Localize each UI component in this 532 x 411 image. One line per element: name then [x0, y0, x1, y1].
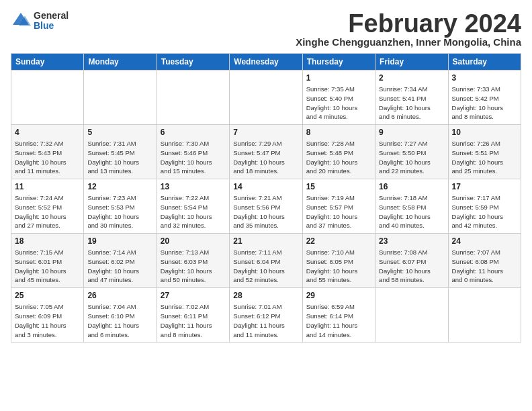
- calendar-cell: 22Sunrise: 7:10 AM Sunset: 6:05 PM Dayli…: [302, 234, 375, 288]
- day-info: Sunrise: 7:01 AM Sunset: 6:12 PM Dayligh…: [233, 302, 298, 339]
- day-number: 7: [233, 128, 298, 137]
- day-info: Sunrise: 7:27 AM Sunset: 5:50 PM Dayligh…: [379, 139, 444, 176]
- day-number: 24: [452, 236, 517, 246]
- day-info: Sunrise: 7:08 AM Sunset: 6:07 PM Dayligh…: [379, 248, 444, 285]
- week-row-1: 1Sunrise: 7:35 AM Sunset: 5:40 PM Daylig…: [11, 71, 521, 125]
- column-header-monday: Monday: [84, 54, 157, 71]
- calendar-cell: 24Sunrise: 7:07 AM Sunset: 6:08 PM Dayli…: [448, 234, 521, 288]
- day-info: Sunrise: 7:18 AM Sunset: 5:58 PM Dayligh…: [379, 193, 444, 230]
- day-info: Sunrise: 7:02 AM Sunset: 6:11 PM Dayligh…: [161, 302, 226, 339]
- day-info: Sunrise: 7:04 AM Sunset: 6:10 PM Dayligh…: [87, 302, 152, 339]
- day-number: 25: [15, 291, 80, 300]
- day-number: 9: [379, 128, 444, 137]
- calendar-cell: 12Sunrise: 7:23 AM Sunset: 5:53 PM Dayli…: [84, 179, 157, 234]
- day-info: Sunrise: 7:30 AM Sunset: 5:46 PM Dayligh…: [161, 139, 226, 176]
- calendar-cell: 27Sunrise: 7:02 AM Sunset: 6:11 PM Dayli…: [157, 288, 229, 342]
- calendar-cell: 1Sunrise: 7:35 AM Sunset: 5:40 PM Daylig…: [302, 71, 375, 125]
- logo-icon: [11, 11, 31, 31]
- calendar-cell: 15Sunrise: 7:19 AM Sunset: 5:57 PM Dayli…: [302, 179, 375, 234]
- day-number: 2: [379, 73, 444, 83]
- column-header-thursday: Thursday: [302, 54, 375, 71]
- column-header-friday: Friday: [375, 54, 448, 71]
- day-number: 23: [379, 236, 444, 246]
- day-number: 20: [161, 236, 226, 246]
- calendar-cell: 16Sunrise: 7:18 AM Sunset: 5:58 PM Dayli…: [375, 179, 448, 234]
- calendar-cell: 10Sunrise: 7:26 AM Sunset: 5:51 PM Dayli…: [448, 125, 521, 179]
- day-info: Sunrise: 7:07 AM Sunset: 6:08 PM Dayligh…: [452, 248, 517, 285]
- calendar-cell: 2Sunrise: 7:34 AM Sunset: 5:41 PM Daylig…: [375, 71, 448, 125]
- calendar-cell: [84, 71, 157, 125]
- day-info: Sunrise: 7:13 AM Sunset: 6:03 PM Dayligh…: [161, 248, 226, 285]
- calendar-cell: 17Sunrise: 7:17 AM Sunset: 5:59 PM Dayli…: [448, 179, 521, 234]
- day-number: 4: [15, 128, 80, 137]
- day-info: Sunrise: 7:34 AM Sunset: 5:41 PM Dayligh…: [379, 85, 444, 122]
- day-number: 16: [379, 182, 444, 191]
- day-info: Sunrise: 7:29 AM Sunset: 5:47 PM Dayligh…: [233, 139, 298, 176]
- day-number: 19: [87, 236, 152, 246]
- day-info: Sunrise: 7:32 AM Sunset: 5:43 PM Dayligh…: [15, 139, 80, 176]
- logo-blue-text: Blue: [34, 21, 69, 31]
- day-number: 13: [161, 182, 226, 191]
- logo-text: General Blue: [34, 11, 69, 32]
- day-info: Sunrise: 7:19 AM Sunset: 5:57 PM Dayligh…: [306, 193, 371, 230]
- calendar-cell: 19Sunrise: 7:14 AM Sunset: 6:02 PM Dayli…: [84, 234, 157, 288]
- calendar-cell: 5Sunrise: 7:31 AM Sunset: 5:45 PM Daylig…: [84, 125, 157, 179]
- calendar-cell: 4Sunrise: 7:32 AM Sunset: 5:43 PM Daylig…: [11, 125, 84, 179]
- calendar-cell: 9Sunrise: 7:27 AM Sunset: 5:50 PM Daylig…: [375, 125, 448, 179]
- day-info: Sunrise: 7:26 AM Sunset: 5:51 PM Dayligh…: [452, 139, 517, 176]
- title-section: February 2024 Xinghe Chengguanzhen, Inne…: [296, 11, 521, 48]
- day-info: Sunrise: 7:21 AM Sunset: 5:56 PM Dayligh…: [233, 193, 298, 230]
- column-header-sunday: Sunday: [11, 54, 84, 71]
- day-info: Sunrise: 7:14 AM Sunset: 6:02 PM Dayligh…: [87, 248, 152, 285]
- day-info: Sunrise: 7:24 AM Sunset: 5:52 PM Dayligh…: [15, 193, 80, 230]
- day-number: 29: [306, 291, 371, 300]
- calendar-cell: 21Sunrise: 7:11 AM Sunset: 6:04 PM Dayli…: [230, 234, 302, 288]
- day-info: Sunrise: 7:10 AM Sunset: 6:05 PM Dayligh…: [306, 248, 371, 285]
- day-number: 21: [233, 236, 298, 246]
- page-header: General Blue February 2024 Xinghe Chengg…: [11, 11, 521, 48]
- day-info: Sunrise: 6:59 AM Sunset: 6:14 PM Dayligh…: [306, 302, 371, 339]
- column-header-tuesday: Tuesday: [157, 54, 229, 71]
- day-number: 3: [452, 73, 517, 83]
- column-header-saturday: Saturday: [448, 54, 521, 71]
- day-number: 17: [452, 182, 517, 191]
- day-info: Sunrise: 7:05 AM Sunset: 6:09 PM Dayligh…: [15, 302, 80, 339]
- calendar-cell: 14Sunrise: 7:21 AM Sunset: 5:56 PM Dayli…: [230, 179, 302, 234]
- calendar-cell: 29Sunrise: 6:59 AM Sunset: 6:14 PM Dayli…: [302, 288, 375, 342]
- day-info: Sunrise: 7:11 AM Sunset: 6:04 PM Dayligh…: [233, 248, 298, 285]
- day-number: 26: [87, 291, 152, 300]
- day-info: Sunrise: 7:35 AM Sunset: 5:40 PM Dayligh…: [306, 85, 371, 122]
- logo-general-text: General: [34, 11, 69, 21]
- logo: General Blue: [11, 11, 69, 32]
- week-row-4: 18Sunrise: 7:15 AM Sunset: 6:01 PM Dayli…: [11, 234, 521, 288]
- day-info: Sunrise: 7:33 AM Sunset: 5:42 PM Dayligh…: [452, 85, 517, 122]
- day-info: Sunrise: 7:31 AM Sunset: 5:45 PM Dayligh…: [87, 139, 152, 176]
- location-subtitle: Xinghe Chengguanzhen, Inner Mongolia, Ch…: [296, 36, 521, 48]
- day-info: Sunrise: 7:23 AM Sunset: 5:53 PM Dayligh…: [87, 193, 152, 230]
- day-info: Sunrise: 7:22 AM Sunset: 5:54 PM Dayligh…: [161, 193, 226, 230]
- week-row-5: 25Sunrise: 7:05 AM Sunset: 6:09 PM Dayli…: [11, 288, 521, 342]
- column-header-wednesday: Wednesday: [230, 54, 302, 71]
- week-row-3: 11Sunrise: 7:24 AM Sunset: 5:52 PM Dayli…: [11, 179, 521, 234]
- day-number: 27: [161, 291, 226, 300]
- day-info: Sunrise: 7:28 AM Sunset: 5:48 PM Dayligh…: [306, 139, 371, 176]
- day-number: 10: [452, 128, 517, 137]
- week-row-2: 4Sunrise: 7:32 AM Sunset: 5:43 PM Daylig…: [11, 125, 521, 179]
- calendar-cell: 20Sunrise: 7:13 AM Sunset: 6:03 PM Dayli…: [157, 234, 229, 288]
- calendar-cell: [448, 288, 521, 342]
- calendar-cell: 6Sunrise: 7:30 AM Sunset: 5:46 PM Daylig…: [157, 125, 229, 179]
- calendar-cell: 13Sunrise: 7:22 AM Sunset: 5:54 PM Dayli…: [157, 179, 229, 234]
- day-number: 1: [306, 73, 371, 83]
- day-info: Sunrise: 7:15 AM Sunset: 6:01 PM Dayligh…: [15, 248, 80, 285]
- calendar-cell: 8Sunrise: 7:28 AM Sunset: 5:48 PM Daylig…: [302, 125, 375, 179]
- calendar-cell: 28Sunrise: 7:01 AM Sunset: 6:12 PM Dayli…: [230, 288, 302, 342]
- calendar-cell: 25Sunrise: 7:05 AM Sunset: 6:09 PM Dayli…: [11, 288, 84, 342]
- month-title: February 2024: [296, 11, 521, 36]
- calendar-cell: 7Sunrise: 7:29 AM Sunset: 5:47 PM Daylig…: [230, 125, 302, 179]
- calendar-cell: [157, 71, 229, 125]
- day-number: 18: [15, 236, 80, 246]
- day-number: 12: [87, 182, 152, 191]
- day-number: 22: [306, 236, 371, 246]
- day-number: 14: [233, 182, 298, 191]
- day-number: 15: [306, 182, 371, 191]
